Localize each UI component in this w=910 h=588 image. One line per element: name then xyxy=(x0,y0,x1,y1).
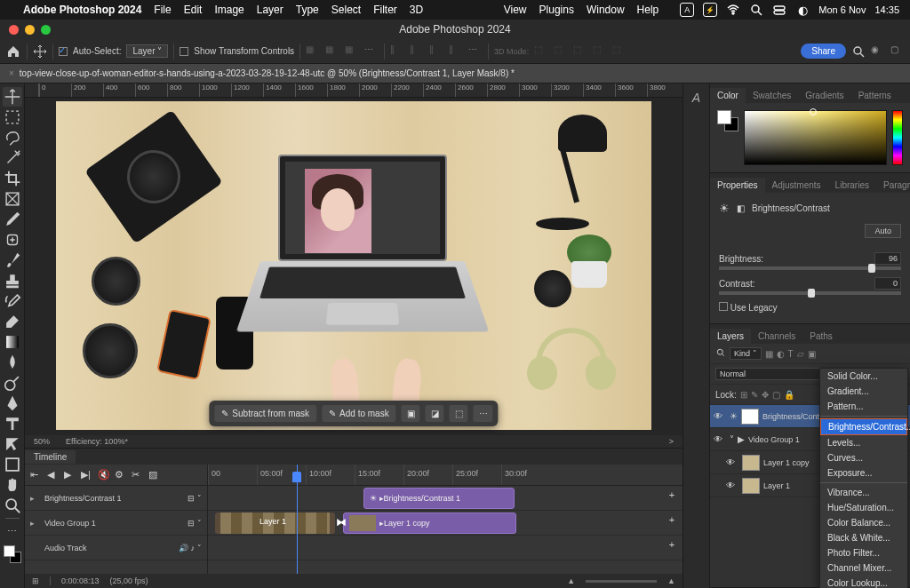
tab-properties[interactable]: Properties xyxy=(710,178,765,193)
mask-more[interactable]: ⋯ xyxy=(474,405,493,422)
tab-adjustments[interactable]: Adjustments xyxy=(765,178,828,193)
mute-icon[interactable]: 🔇 xyxy=(98,469,110,481)
history-brush-tool[interactable] xyxy=(3,291,22,311)
menu-time[interactable]: 14:35 xyxy=(874,4,899,15)
clip-layer-1-copy[interactable]: ▸ Layer 1 copy xyxy=(343,513,516,534)
goto-start-icon[interactable]: ⇤ xyxy=(30,469,43,481)
align-left-icon[interactable]: ▦ xyxy=(306,44,320,59)
lock-all-icon[interactable]: ⊞ xyxy=(740,390,747,400)
clip-brightness-contrast[interactable]: ☀ ▸ Brightness/Contrast 1 xyxy=(363,488,515,509)
mask-option-1[interactable]: ▣ xyxy=(402,405,420,422)
disclosure-icon[interactable]: ▸ xyxy=(30,494,39,503)
brightness-slider[interactable] xyxy=(719,266,901,270)
menu-layer[interactable]: Layer xyxy=(257,4,283,16)
tab-gradients[interactable]: Gradients xyxy=(798,88,850,103)
menu-plugins[interactable]: Plugins xyxy=(539,4,574,16)
clip-layer-1[interactable]: Layer 1 xyxy=(215,513,335,534)
pen-tool[interactable] xyxy=(3,393,22,413)
lock-artboard-icon[interactable]: ▢ xyxy=(772,390,780,400)
filter-smart-icon[interactable]: ▣ xyxy=(808,349,816,359)
document-tab[interactable]: × top-view-close-up-of-woman-editor-s-ha… xyxy=(0,64,910,83)
settings-icon[interactable]: ⚙ xyxy=(115,469,127,481)
menu-view[interactable]: View xyxy=(504,4,527,16)
search-panel-icon[interactable] xyxy=(851,44,866,59)
menu-black-white[interactable]: Black & White... xyxy=(820,530,907,545)
add-clip-button[interactable]: + xyxy=(665,514,679,528)
prev-frame-icon[interactable]: ◀ xyxy=(47,469,60,481)
play-icon[interactable]: ▶ xyxy=(64,469,76,481)
3d-icon-4[interactable]: ⬚ xyxy=(593,44,607,59)
mask-option-2[interactable]: ◪ xyxy=(426,405,444,422)
battery-icon[interactable]: ⚡ xyxy=(703,3,717,17)
menu-levels[interactable]: Levels... xyxy=(820,435,907,450)
menu-filter[interactable]: Filter xyxy=(373,4,397,16)
lock-pixels-icon[interactable]: ✎ xyxy=(751,390,758,400)
shape-tool[interactable] xyxy=(3,455,22,474)
menu-type[interactable]: Type xyxy=(296,4,319,16)
auto-select-checkbox[interactable] xyxy=(59,47,68,56)
more-icon[interactable]: ⋯ xyxy=(364,44,379,59)
hand-tool[interactable] xyxy=(3,475,22,495)
layer-thumbnail[interactable] xyxy=(742,455,760,471)
3d-icon-2[interactable]: ⬚ xyxy=(554,44,568,59)
timeline-tab[interactable]: Timeline xyxy=(25,450,76,464)
menu-brightness-contrast[interactable]: Brightness/Contrast... xyxy=(820,418,907,435)
filter-shape-icon[interactable]: ▱ xyxy=(797,349,804,359)
align-right-icon[interactable]: ▦ xyxy=(345,44,359,59)
visibility-icon[interactable]: 👁 xyxy=(714,434,726,444)
hue-slider[interactable] xyxy=(892,110,903,165)
document-canvas[interactable] xyxy=(56,101,651,430)
track-menu-icon[interactable]: ⊟ xyxy=(188,494,195,503)
lock-icon[interactable]: 🔒 xyxy=(784,390,794,400)
filter-pixel-icon[interactable]: ▦ xyxy=(765,349,773,359)
app-name[interactable]: Adobe Photoshop 2024 xyxy=(23,4,141,16)
path-tool[interactable] xyxy=(3,434,22,454)
marquee-tool[interactable] xyxy=(3,107,22,127)
visibility-icon[interactable]: 👁 xyxy=(714,411,726,421)
track-menu-icon[interactable]: ⊟ xyxy=(188,519,195,528)
eraser-tool[interactable] xyxy=(3,312,22,331)
frame-tool[interactable] xyxy=(3,189,22,209)
mask-option-3[interactable]: ⬚ xyxy=(450,405,468,422)
frames-icon[interactable]: ⊞ xyxy=(32,576,39,585)
siri-icon[interactable]: ◐ xyxy=(795,3,810,17)
split-icon[interactable]: ✂ xyxy=(132,469,144,481)
zoom-level[interactable]: 50% xyxy=(34,437,50,446)
track-audio[interactable]: Audio Track 🔊♪˅ xyxy=(25,536,207,560)
3d-icon-1[interactable]: ⬚ xyxy=(534,44,548,59)
add-audio-button[interactable]: + xyxy=(665,539,679,553)
wand-tool[interactable] xyxy=(3,148,22,168)
character-panel-icon[interactable]: A xyxy=(683,91,709,105)
next-frame-icon[interactable]: ▶| xyxy=(81,469,93,481)
menu-color-lookup[interactable]: Color Lookup... xyxy=(820,576,907,588)
tab-libraries[interactable]: Libraries xyxy=(828,178,876,193)
input-icon[interactable]: A xyxy=(680,3,694,17)
contrast-value[interactable]: 0 xyxy=(874,277,901,290)
menu-gradient[interactable]: Gradient... xyxy=(820,384,907,399)
color-field[interactable] xyxy=(744,110,887,165)
menu-photo-filter[interactable]: Photo Filter... xyxy=(820,545,907,560)
efficiency-label[interactable]: Efficiency: 100%* xyxy=(66,437,128,446)
share-button[interactable]: Share xyxy=(801,44,846,59)
edit-toolbar-icon[interactable]: ⋯ xyxy=(3,521,22,541)
note-icon[interactable]: ♪ xyxy=(191,544,196,552)
search-icon[interactable] xyxy=(749,3,763,17)
tab-swatches[interactable]: Swatches xyxy=(746,88,798,103)
menu-select[interactable]: Select xyxy=(331,4,361,16)
menu-edit[interactable]: Edit xyxy=(184,4,203,16)
menu-pattern[interactable]: Pattern... xyxy=(820,399,907,414)
menu-channel-mixer[interactable]: Channel Mixer... xyxy=(820,560,907,576)
tab-paragraph[interactable]: Paragraph xyxy=(876,178,910,193)
tab-layers[interactable]: Layers xyxy=(710,329,751,344)
tab-patterns[interactable]: Patterns xyxy=(851,88,898,103)
audio-icon[interactable]: 🔊 xyxy=(179,544,188,552)
zoom-out-icon[interactable]: ▲ xyxy=(567,576,575,585)
filter-kind-dropdown[interactable]: Kind ˅ xyxy=(730,347,762,360)
align-center-icon[interactable]: ▦ xyxy=(325,44,339,59)
tab-paths[interactable]: Paths xyxy=(802,329,840,344)
menu-curves[interactable]: Curves... xyxy=(820,450,907,465)
color-swatches[interactable] xyxy=(4,545,21,563)
healing-tool[interactable] xyxy=(3,230,22,250)
contrast-slider[interactable] xyxy=(719,291,901,295)
distribute-icon-3[interactable]: ‖ xyxy=(429,44,443,59)
